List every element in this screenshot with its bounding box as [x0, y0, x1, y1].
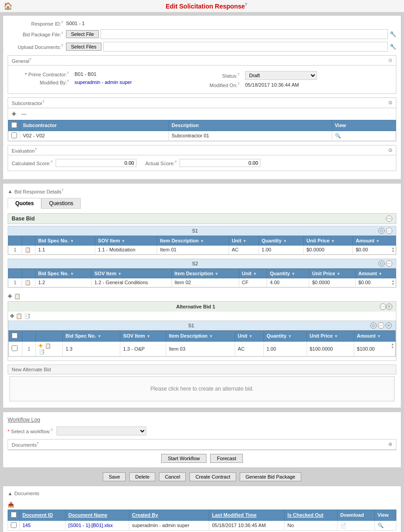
subcontractor-add-btn[interactable]: ✚	[10, 110, 18, 118]
s2-amount-spinner[interactable]: ▲▼	[391, 279, 395, 286]
s2-row-unitprice: $0.0000	[309, 278, 356, 287]
documents-expand-icon[interactable]: ⊕	[388, 441, 392, 448]
alt-s1-amount-spinner[interactable]: ▲▼	[391, 343, 394, 349]
base-bid-collapse-btn[interactable]: —	[386, 215, 392, 222]
alt-s1-collapse-icon[interactable]: —	[378, 322, 384, 329]
s1-unit-filter[interactable]: ▼	[243, 239, 247, 243]
s2-th-amount: Amount ▼	[356, 268, 396, 278]
alt-bid-1-close[interactable]: ✕	[386, 303, 392, 310]
sub-header-subcontractor: Subcontractor	[20, 120, 169, 131]
sub-select-all[interactable]	[11, 122, 17, 128]
calculated-score-label: Calculated Score:T	[12, 160, 53, 166]
alt-s1-bidspec-filter[interactable]: ▼	[97, 334, 101, 339]
modified-by-row: Modified By:T superadmin - admin super	[13, 79, 198, 85]
alt-s1-unitprice-filter[interactable]: ▼	[334, 334, 338, 339]
bid-response-title: Bid Response DetailsT	[14, 188, 64, 194]
create-contract-button[interactable]: Create Contract	[189, 472, 236, 481]
generate-bid-package-button[interactable]: Generate Bid Package	[240, 472, 301, 481]
s1-amount-filter[interactable]: ▼	[376, 239, 380, 243]
s1-unitprice-filter[interactable]: ▼	[331, 239, 335, 243]
docs-th-checkbox	[8, 510, 20, 520]
alt-s1-add-row-icon[interactable]: ✚	[39, 343, 43, 348]
save-button[interactable]: Save	[103, 472, 126, 481]
s2-unit-filter[interactable]: ▼	[253, 272, 257, 276]
workflow-log-title[interactable]: Workflow Log	[8, 417, 396, 423]
alt-s1-select-all[interactable]	[12, 333, 18, 339]
s2-qty-filter[interactable]: ▼	[291, 272, 295, 276]
docs-select-all[interactable]	[11, 512, 17, 518]
alt-bid-1-minus[interactable]: —	[380, 303, 386, 310]
upload-documents-input[interactable]	[103, 42, 388, 52]
general-section: GeneralT ⊙ * Prime Contractor:T B01 - B0…	[8, 55, 396, 94]
tab-questions[interactable]: Questions	[41, 198, 81, 209]
alt-s1-copy-row-icon[interactable]: 📑	[39, 349, 45, 354]
alt-s1-add-btn[interactable]: ✚	[10, 313, 14, 319]
s1-settings-icon[interactable]: ⊙	[378, 228, 385, 234]
forecast-button[interactable]: Forecast	[210, 454, 243, 463]
calculated-score-input[interactable]	[56, 159, 136, 167]
alt-bid-add-btn[interactable]: ✚	[8, 293, 12, 299]
alt-s1-itemdesc-filter[interactable]: ▼	[209, 334, 213, 339]
s2-sov-filter[interactable]: ▼	[118, 272, 122, 276]
evaluation-section: EvaluationT ⊙ Calculated Score:T Actual …	[8, 145, 396, 171]
s1-itemdesc-filter[interactable]: ▼	[200, 239, 204, 243]
delete-button[interactable]: Delete	[129, 472, 155, 481]
alt-s1-amount-filter[interactable]: ▼	[377, 334, 381, 339]
home-icon[interactable]: 🏠	[4, 2, 13, 10]
s1-collapse-icon[interactable]: —	[386, 228, 392, 234]
upload-documents-label: Upload Documents:T	[8, 44, 66, 50]
sub-view-icon[interactable]: 🔍	[335, 133, 341, 138]
download-icon[interactable]: 📄	[340, 523, 347, 528]
s2-settings-icon[interactable]: ⊙	[378, 260, 385, 267]
s2-itemdesc-filter[interactable]: ▼	[215, 272, 219, 276]
docs-row-view: 🔍	[375, 520, 396, 530]
alt-s1-copy-btn[interactable]: 📋	[16, 313, 22, 319]
select-files-button[interactable]: Select Files	[66, 43, 101, 51]
alt-s1-sov-filter[interactable]: ▼	[146, 334, 150, 339]
docs-upload-icon[interactable]: 📤	[8, 501, 14, 508]
alt-s1-qty-filter[interactable]: ▼	[288, 334, 292, 339]
s1-edit-icon[interactable]: 📋	[25, 247, 31, 252]
bottom-docs-collapse-arrow[interactable]: ▲	[8, 491, 13, 496]
s2-th-qty: Quantity ▼	[267, 268, 309, 278]
s1-qty-filter[interactable]: ▼	[283, 239, 287, 243]
alt-s1-extra-btn[interactable]: 📑	[24, 313, 31, 319]
alt-bid-copy-btn[interactable]: 📋	[14, 293, 21, 299]
s1-bidspec-filter[interactable]: ▼	[70, 239, 74, 243]
start-workflow-button[interactable]: Start Workflow	[161, 454, 206, 463]
subcontractor-collapse-btn[interactable]: ⊙	[388, 100, 392, 106]
alt-s1-edit-row-icon[interactable]: 📋	[45, 343, 51, 348]
alt-s1-row-unitprice: $100.0000	[307, 341, 354, 356]
workflow-select[interactable]	[57, 426, 146, 435]
actual-score-input[interactable]	[180, 159, 260, 167]
evaluation-collapse-btn[interactable]: ⊙	[388, 147, 392, 154]
general-label: GeneralT	[12, 57, 31, 64]
alt-s1-close-icon[interactable]: ✕	[386, 322, 392, 329]
s1-header: S1 ⊙ —	[8, 226, 396, 236]
cancel-button[interactable]: Cancel	[159, 472, 186, 481]
docs-row-download: 📄	[338, 520, 375, 530]
s1-row-itemdesc: Item 01	[157, 245, 229, 254]
s1-amount-spinner[interactable]: ▲▼	[391, 246, 395, 253]
subcontractor-remove-btn[interactable]: —	[20, 110, 28, 118]
alt-bid-placeholder[interactable]: Please click here to create an alternate…	[9, 376, 395, 401]
doc-view-icon[interactable]: 🔍	[378, 523, 384, 528]
tab-quotes[interactable]: Quotes	[8, 198, 41, 209]
evaluation-label: EvaluationT	[12, 147, 37, 154]
s2-unitprice-filter[interactable]: ▼	[337, 272, 341, 276]
select-file-button[interactable]: Select File	[66, 30, 99, 38]
s2-collapse-icon[interactable]: —	[386, 260, 392, 267]
alt-s1-unit-filter[interactable]: ▼	[249, 334, 253, 339]
docs-row-checkedout: No	[285, 520, 338, 530]
status-select[interactable]: Draft Submitted Approved Rejected	[245, 71, 317, 80]
s1-sov-filter[interactable]: ▼	[121, 239, 125, 243]
s2-bidspec-filter[interactable]: ▼	[70, 272, 74, 276]
bid-package-file-input[interactable]	[101, 29, 388, 39]
alternative-bid-1-block: Alternative Bid 1 — ✕ ✚ 📋 📑 S1 ⊙ — ✕	[8, 301, 396, 361]
s2-block: S2 ⊙ — Bid Spec No. ▼ SOV Item ▼ Item De	[8, 259, 396, 288]
alt-s1-settings-icon[interactable]: ⊙	[370, 322, 377, 329]
bid-response-collapse-arrow[interactable]: ▲	[8, 189, 13, 194]
general-collapse-btn[interactable]: ⊙	[388, 57, 392, 63]
s2-edit-icon[interactable]: 📋	[25, 280, 31, 285]
s2-amount-filter[interactable]: ▼	[378, 272, 382, 276]
